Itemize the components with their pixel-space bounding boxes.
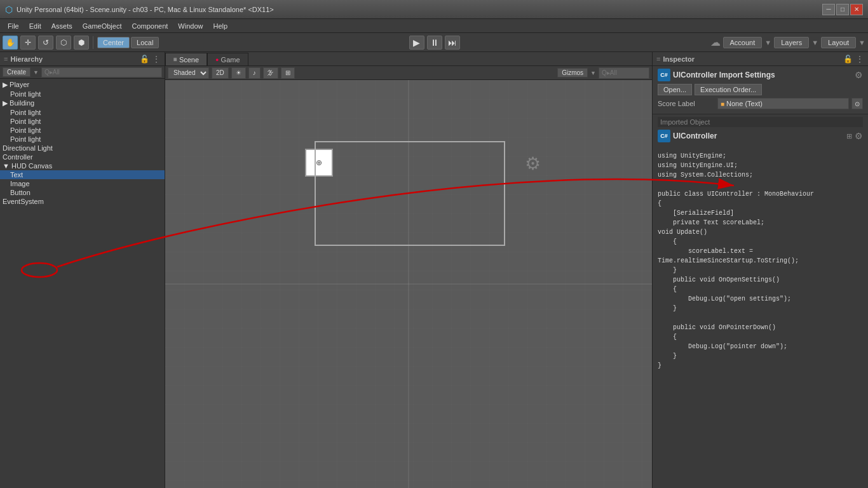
score-label-link-button[interactable]: ⊙ — [851, 98, 863, 109]
ui-controller-section: C# UIController Import Settings ⚙ Open..… — [653, 66, 868, 114]
hand-tool[interactable]: ✋ — [3, 36, 18, 50]
window-controls: ─ □ ✕ — [822, 4, 863, 15]
layout-chevron-icon: ▼ — [858, 39, 865, 46]
move-tool[interactable]: ✛ — [20, 36, 36, 50]
hierarchy-title: Hierarchy — [10, 55, 137, 63]
imported-object-name: UIController — [673, 132, 844, 140]
imported-open-icon[interactable]: ⊞ — [846, 132, 852, 140]
code-line-21: Debug.Log("pointer down"); — [658, 343, 787, 350]
inspector-dots-icon[interactable]: ⋮ — [855, 54, 864, 64]
open-button[interactable]: Open... — [658, 84, 692, 95]
hierarchy-item-10[interactable]: Text — [0, 170, 165, 179]
imported-settings-icon[interactable]: ⚙ — [855, 131, 863, 141]
code-line-9: void Update() — [658, 229, 707, 236]
inspector-lock-icon[interactable]: 🔓 — [843, 55, 853, 64]
step-button[interactable]: ⏭ — [445, 36, 460, 50]
center-button[interactable]: Center — [97, 37, 130, 48]
code-display: using UnityEngine; using UnityEngine.UI;… — [653, 147, 868, 374]
cs-file-icon: C# — [658, 69, 670, 81]
audio-toggle[interactable]: ♪ — [248, 67, 261, 79]
ui-controller-title-row: C# UIController Import Settings ⚙ — [658, 69, 863, 81]
rotate-tool[interactable]: ↺ — [38, 36, 53, 50]
execution-order-button[interactable]: Execution Order... — [695, 84, 762, 95]
account-chevron-icon: ▼ — [764, 39, 771, 46]
code-line-19: public void OnPointerDown() — [658, 324, 776, 331]
account-button[interactable]: Account — [723, 37, 763, 48]
menu-file[interactable]: File — [3, 21, 24, 31]
code-line-16: Debug.Log("open settings"); — [658, 295, 791, 302]
hierarchy-list: ▶ PlayerPoint light▶ BuildingPoint light… — [0, 79, 165, 488]
code-line-13: } — [658, 267, 677, 274]
inspector-title: Inspector — [663, 55, 841, 63]
hierarchy-item-7[interactable]: Directional Light — [0, 144, 165, 152]
hierarchy-lock-icon[interactable]: 🔓 — [140, 55, 149, 64]
ui-controller-title: UIController Import Settings — [673, 71, 852, 79]
menu-gameobject[interactable]: GameObject — [78, 21, 127, 31]
hierarchy-item-5[interactable]: Point light — [0, 126, 165, 135]
2d-button[interactable]: 2D — [212, 67, 229, 79]
local-button[interactable]: Local — [131, 37, 159, 48]
imported-object-section: Imported Object C# UIController ⊞ ⚙ — [653, 114, 868, 147]
hierarchy-search-input[interactable] — [41, 67, 162, 78]
menu-edit[interactable]: Edit — [24, 21, 46, 31]
code-line-17: } — [658, 305, 677, 312]
hierarchy-item-8[interactable]: Controller — [0, 152, 165, 161]
hierarchy-create-chevron: ▼ — [33, 69, 39, 76]
hierarchy-menu-icon: = — [4, 55, 8, 63]
settings-gear-icon[interactable]: ⚙ — [855, 70, 863, 80]
hierarchy-dots-icon[interactable]: ⋮ — [152, 54, 161, 64]
score-label-row: Score Label ■ None (Text) ⊙ — [658, 98, 863, 109]
code-line-6: { — [658, 200, 661, 207]
imported-object-title-row: C# UIController ⊞ ⚙ — [658, 130, 863, 142]
menu-assets[interactable]: Assets — [46, 21, 78, 31]
hierarchy-item-4[interactable]: Point light — [0, 117, 165, 126]
hierarchy-item-1[interactable]: Point light — [0, 90, 165, 98]
scale-tool[interactable]: ⬡ — [56, 36, 71, 50]
hierarchy-create-button[interactable]: Create — [3, 67, 31, 77]
hierarchy-item-6[interactable]: Point light — [0, 135, 165, 144]
code-line-1: using UnityEngine; — [658, 152, 726, 159]
menu-window[interactable]: Window — [173, 21, 208, 31]
hierarchy-item-0[interactable]: ▶ Player — [0, 80, 165, 90]
layers-button[interactable]: Layers — [774, 37, 809, 48]
scene-view[interactable]: ⊕ ⚙ — [165, 80, 652, 488]
light-toggle[interactable]: ☀ — [231, 67, 246, 79]
code-line-3: using System.Collections; — [658, 172, 753, 179]
menu-bar: File Edit Assets GameObject Component Wi… — [0, 19, 868, 33]
hierarchy-item-12[interactable]: Button — [0, 188, 165, 197]
hierarchy-item-13[interactable]: EventSystem — [0, 197, 165, 206]
scene-tabs: ≡ ≡ SceneScene ● Game — [165, 52, 652, 66]
gizmos-button[interactable]: Gizmos — [557, 68, 588, 78]
menu-component[interactable]: Component — [126, 21, 173, 31]
hierarchy-toolbar: Create ▼ — [0, 66, 165, 79]
hierarchy-item-9[interactable]: ▼ HUD Canvas — [0, 161, 165, 170]
inspector-menu-icon: = — [656, 55, 660, 63]
code-line-2: using UnityEngine.UI; — [658, 162, 738, 169]
play-button[interactable]: ▶ — [409, 36, 424, 50]
menu-help[interactable]: Help — [208, 21, 233, 31]
pause-button[interactable]: ⏸ — [427, 36, 442, 50]
pivot-group: Center Local — [97, 37, 159, 48]
maximize-button[interactable]: □ — [836, 4, 849, 15]
tab-scene[interactable]: ≡ ≡ SceneScene — [165, 53, 207, 65]
scene-grid-svg — [165, 80, 652, 488]
tab-game[interactable]: ● Game — [207, 53, 248, 65]
hierarchy-item-2[interactable]: ▶ Building — [0, 98, 165, 108]
hierarchy-item-11[interactable]: Image — [0, 179, 165, 188]
effects-toggle[interactable]: 🌫 — [263, 67, 278, 79]
minimize-button[interactable]: ─ — [822, 4, 835, 15]
cube-icon: ⊕ — [316, 158, 322, 167]
scene-tab-icon: ≡ — [173, 56, 177, 63]
skybox-toggle[interactable]: ⊞ — [281, 67, 295, 79]
gizmos-chevron-icon: ▼ — [590, 70, 596, 76]
hierarchy-item-3[interactable]: Point light — [0, 108, 165, 117]
shading-select[interactable]: Shaded — [168, 67, 209, 79]
code-line-23: } — [658, 362, 661, 369]
cloud-button-group: ☁ — [710, 36, 721, 48]
layout-button[interactable]: Layout — [821, 37, 856, 48]
scene-toolbar: Shaded 2D ☀ ♪ 🌫 ⊞ Gizmos ▼ — [165, 66, 652, 80]
rect-tool[interactable]: ⬢ — [74, 36, 89, 50]
center-area: ≡ ≡ SceneScene ● Game Shaded 2D ☀ ♪ 🌫 ⊞ … — [165, 52, 652, 488]
scene-search-input[interactable] — [599, 67, 649, 79]
close-button[interactable]: ✕ — [850, 4, 863, 15]
